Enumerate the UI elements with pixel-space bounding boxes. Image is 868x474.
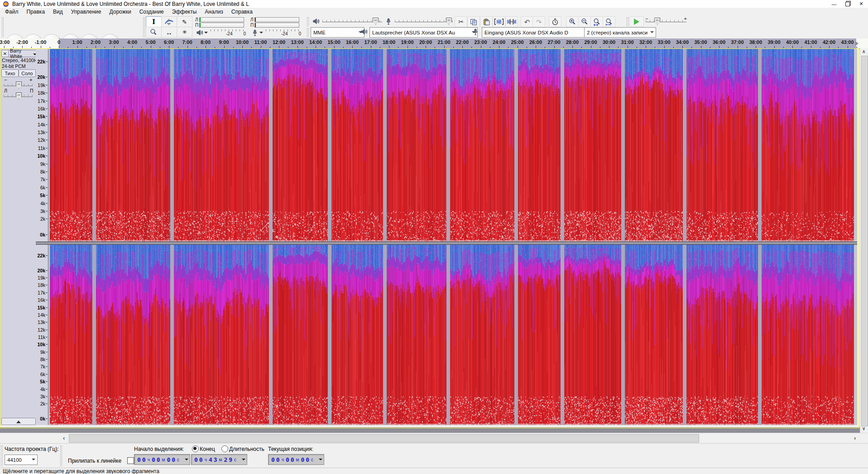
draw-tool-button[interactable]: ✎ (177, 16, 192, 27)
menu-правка[interactable]: Правка (23, 8, 49, 16)
menu-файл[interactable]: Файл (1, 8, 23, 16)
spectrogram-right-channel[interactable] (48, 244, 857, 425)
playspeed-slider[interactable]: − + (646, 17, 686, 25)
menu-дорожки[interactable]: Дорожки (106, 8, 135, 16)
track-name-menu[interactable]: Barry White (8, 50, 38, 57)
scroll-right-icon[interactable]: › (854, 435, 856, 441)
playspeed-grip[interactable] (627, 17, 628, 26)
recording-meter-dropdown-icon[interactable] (259, 32, 263, 35)
position-field[interactable]: 00ч 00м 00с (268, 454, 324, 465)
undo-icon: ↶ (524, 19, 530, 25)
selection-start-dropdown-icon[interactable] (185, 459, 188, 462)
freq-label: 10k (37, 153, 45, 159)
envelope-tool-button[interactable] (161, 16, 177, 27)
gain-slider[interactable] (4, 81, 33, 89)
menu-справка[interactable]: Справка (227, 8, 257, 16)
freq-label: 14k (38, 122, 45, 127)
solo-button[interactable]: Соло (19, 69, 36, 77)
undo-button[interactable]: ↶ (521, 16, 533, 27)
time-shift-tool-button[interactable]: ↔ (161, 27, 177, 38)
ruler-label: -1:00 (35, 39, 47, 45)
zoom-out-button[interactable] (578, 16, 591, 27)
device-grip[interactable] (307, 28, 309, 37)
sync-lock-button[interactable] (549, 16, 561, 27)
input-volume-slider[interactable] (395, 17, 453, 25)
horizontal-scrollbar-thumb[interactable] (69, 434, 699, 443)
input-volume-thumb[interactable] (446, 18, 452, 25)
input-channels-select[interactable]: 2 (стерео) канала записи (584, 27, 656, 38)
zoom-to-project-button[interactable] (603, 16, 615, 27)
trim-outside-selection-button[interactable] (493, 16, 505, 27)
snap-checkbox[interactable] (127, 457, 134, 464)
frequency-ruler-left-channel[interactable]: 22k20k19k18k17k16k15k14k13k12k11k10k9k8k… (36, 49, 48, 242)
selection-end-dropdown-icon[interactable] (242, 459, 245, 462)
playback-meter[interactable]: Л П -24 0 (195, 17, 249, 38)
playspeed-thumb[interactable] (654, 18, 660, 25)
scroll-up-icon[interactable]: ∧ (862, 49, 865, 54)
vertical-scrollbar-thumb[interactable] (861, 56, 868, 426)
scroll-left-icon[interactable]: ‹ (63, 435, 65, 441)
track-close-button[interactable]: ✕ (1, 50, 9, 57)
copy-button[interactable] (467, 16, 480, 27)
selection-start-field[interactable]: 00ч 00м 00с (134, 454, 190, 465)
zoom-to-selection-button[interactable] (590, 16, 603, 27)
radio-end[interactable] (192, 445, 199, 452)
tools-grip[interactable] (143, 17, 145, 37)
freq-label: 3k (40, 208, 45, 214)
play-at-speed-button[interactable] (629, 16, 644, 27)
menu-вид[interactable]: Вид (49, 8, 67, 16)
minimize-button[interactable]: — (827, 0, 841, 8)
radio-duration[interactable] (221, 445, 228, 452)
ruler-label: 42:00 (823, 39, 835, 45)
selection-end-arrow-icon (855, 41, 861, 46)
output-volume-speaker-icon (312, 18, 320, 25)
maximize-button[interactable] (841, 0, 854, 8)
frequency-ruler-right-channel[interactable]: 22k20k19k18k17k16k15k14k13k12k11k10k9k8k… (36, 244, 48, 425)
selbar-grip[interactable] (1, 445, 3, 466)
zoom-tool-button[interactable] (146, 27, 162, 38)
selection-tool-button[interactable]: I (146, 16, 162, 27)
cut-button[interactable]: ✂ (455, 16, 467, 27)
vertical-scrollbar[interactable]: ∧ ∨ (860, 48, 868, 433)
input-device-select[interactable]: Eingang (ASUS Xonar DSX Audio D (482, 27, 591, 38)
silence-selection-button[interactable] (505, 16, 518, 27)
maximize-icon (845, 2, 850, 6)
ruler-label: 18:00 (383, 39, 395, 45)
freq-label: 19k (38, 275, 45, 281)
track-collapse-button[interactable] (1, 418, 36, 425)
position-dropdown-icon[interactable] (319, 459, 322, 462)
zoom-in-button[interactable] (566, 16, 579, 27)
recording-meter[interactable]: Л П -24 0 (250, 17, 305, 38)
audio-host-select[interactable]: MME (311, 27, 364, 38)
close-button[interactable]: ✕ (854, 0, 868, 8)
spectrogram-left-channel[interactable] (48, 49, 857, 242)
mixer-grip[interactable] (307, 17, 309, 26)
project-rate-select[interactable]: 44100 (5, 455, 38, 465)
output-volume-thumb[interactable] (373, 18, 379, 25)
freq-label: 6k (40, 185, 45, 190)
redo-button[interactable]: ↷ (532, 16, 545, 27)
horizontal-scrollbar[interactable]: ‹ › (0, 433, 868, 443)
menu-управление[interactable]: Управление (67, 8, 106, 16)
mute-button[interactable]: Тихо (1, 69, 19, 77)
ruler-label: 22:00 (456, 39, 469, 45)
pan-thumb[interactable] (16, 92, 22, 100)
output-volume-slider[interactable] (322, 17, 382, 25)
selection-end-field[interactable]: 00ч 43м 29с (191, 454, 247, 465)
selbar-grip2[interactable] (60, 445, 62, 466)
scroll-down-icon[interactable]: ∨ (862, 426, 865, 431)
multi-tool-tool-button[interactable]: ✳ (177, 27, 192, 38)
paste-button[interactable] (480, 16, 493, 27)
zoom-out-icon (581, 18, 589, 26)
freq-label: 0k (40, 416, 45, 421)
pan-slider[interactable] (4, 92, 33, 100)
menu-эффекты[interactable]: Эффекты (168, 8, 201, 16)
output-device-select[interactable]: Lautsprecher (ASUS Xonar DSX Au (369, 27, 478, 38)
freq-label: 7k (40, 177, 45, 182)
playback-meter-dropdown-icon[interactable] (204, 32, 208, 35)
freq-label: 10k (37, 342, 45, 347)
timeline-ruler[interactable]: -3:00-2:00-1:0001:002:003:004:005:006:00… (0, 39, 868, 49)
menu-создание[interactable]: Создание (135, 8, 168, 16)
gain-thumb[interactable] (16, 82, 22, 89)
menu-анализ[interactable]: Анализ (201, 8, 227, 16)
